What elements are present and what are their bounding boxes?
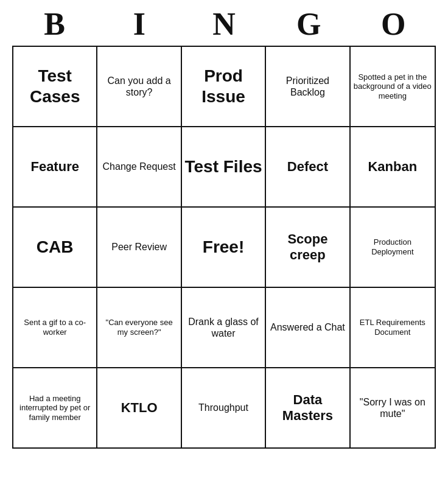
bingo-row: CABPeer ReviewFree!Scope creepProduction…	[13, 208, 435, 288]
cell-r0-c1: Can you add a story?	[97, 47, 181, 126]
cell-text: Prod Issue	[184, 66, 262, 107]
cell-r0-c4: Spotted a pet in the background of a vid…	[351, 47, 435, 126]
cell-text: Change Request	[103, 161, 176, 172]
cell-text: "Sorry I was on mute"	[353, 396, 432, 419]
cell-r3-c3: Answered a Chat	[266, 288, 350, 367]
cell-text: Test Files	[184, 156, 262, 177]
bingo-row: Sent a gif to a co-worker"Can everyone s…	[13, 288, 435, 368]
cell-r4-c0: Had a meeting interrupted by pet or fami…	[13, 368, 97, 447]
cell-text: Scope creep	[268, 231, 346, 264]
cell-r4-c2: Throughput	[182, 368, 266, 447]
bingo-row: Test CasesCan you add a story?Prod Issue…	[13, 47, 435, 127]
cell-r0-c3: Prioritized Backlog	[266, 47, 350, 126]
bingo-letter: N	[187, 6, 261, 42]
cell-r2-c0: CAB	[13, 208, 97, 287]
cell-text: Defect	[287, 159, 328, 175]
cell-r0-c0: Test Cases	[13, 47, 97, 126]
cell-r3-c4: ETL Requirements Document	[351, 288, 435, 367]
bingo-letter: O	[357, 6, 430, 42]
bingo-letter: G	[272, 6, 345, 42]
cell-text: Peer Review	[111, 241, 167, 253]
cell-r3-c2: Drank a glass of water	[182, 288, 266, 367]
cell-r3-c0: Sent a gif to a co-worker	[13, 288, 97, 367]
cell-text: Kanban	[368, 159, 417, 175]
cell-text: "Can everyone see my screen?"	[100, 318, 178, 337]
cell-r1-c2: Test Files	[182, 127, 266, 206]
bingo-row: Had a meeting interrupted by pet or fami…	[13, 368, 435, 447]
cell-r1-c4: Kanban	[351, 127, 435, 206]
cell-text: Can you add a story?	[100, 75, 178, 98]
bingo-grid: Test CasesCan you add a story?Prod Issue…	[12, 46, 436, 449]
cell-text: Production Deployment	[353, 237, 432, 256]
cell-text: Spotted a pet in the background of a vid…	[353, 72, 432, 101]
cell-r4-c1: KTLO	[97, 368, 181, 447]
cell-r3-c1: "Can everyone see my screen?"	[97, 288, 181, 367]
cell-r2-c3: Scope creep	[266, 208, 350, 287]
bingo-letter: I	[103, 6, 176, 42]
cell-r1-c1: Change Request	[97, 127, 181, 206]
bingo-letter: B	[18, 6, 91, 42]
cell-text: Free!	[203, 237, 244, 258]
cell-r2-c4: Production Deployment	[351, 208, 435, 287]
cell-text: Drank a glass of water	[184, 316, 262, 339]
cell-r2-c1: Peer Review	[97, 208, 181, 287]
cell-text: Feature	[30, 159, 79, 175]
cell-text: Data Masters	[268, 392, 346, 424]
cell-text: Test Cases	[16, 66, 94, 107]
cell-text: ETL Requirements Document	[353, 318, 432, 337]
cell-text: KTLO	[121, 400, 158, 416]
cell-r0-c2: Prod Issue	[182, 47, 266, 126]
cell-text: Throughput	[198, 402, 248, 413]
cell-text: Answered a Chat	[270, 321, 345, 333]
cell-r1-c0: Feature	[13, 127, 97, 206]
bingo-row: FeatureChange RequestTest FilesDefectKan…	[13, 127, 435, 208]
cell-r4-c3: Data Masters	[266, 368, 350, 447]
cell-text: CAB	[37, 237, 74, 258]
cell-r4-c4: "Sorry I was on mute"	[351, 368, 435, 447]
cell-r2-c2: Free!	[182, 208, 266, 287]
bingo-title: BINGO	[12, 0, 436, 46]
cell-text: Prioritized Backlog	[268, 75, 346, 98]
cell-text: Sent a gif to a co-worker	[16, 318, 94, 337]
cell-r1-c3: Defect	[266, 127, 350, 206]
cell-text: Had a meeting interrupted by pet or fami…	[16, 394, 94, 422]
